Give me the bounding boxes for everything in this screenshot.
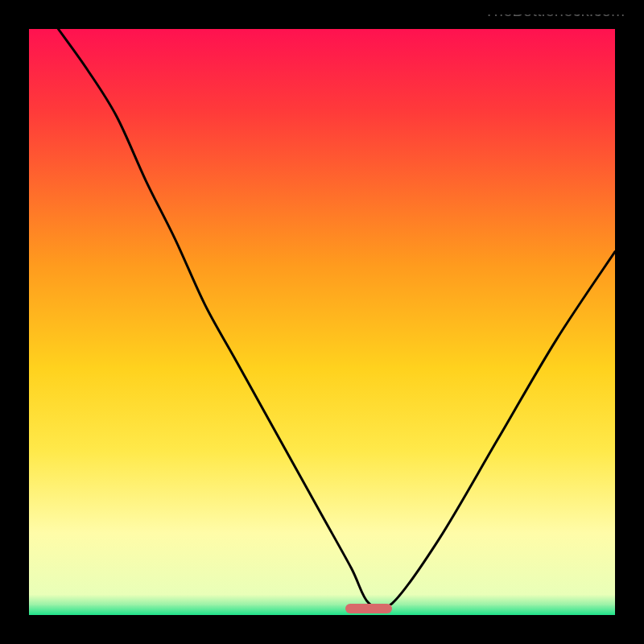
curve-path xyxy=(58,29,615,609)
chart-frame xyxy=(0,0,644,644)
bottleneck-curve xyxy=(29,29,615,615)
optimal-range-marker xyxy=(345,604,392,613)
green-band xyxy=(29,605,615,615)
plot-area xyxy=(29,29,615,615)
